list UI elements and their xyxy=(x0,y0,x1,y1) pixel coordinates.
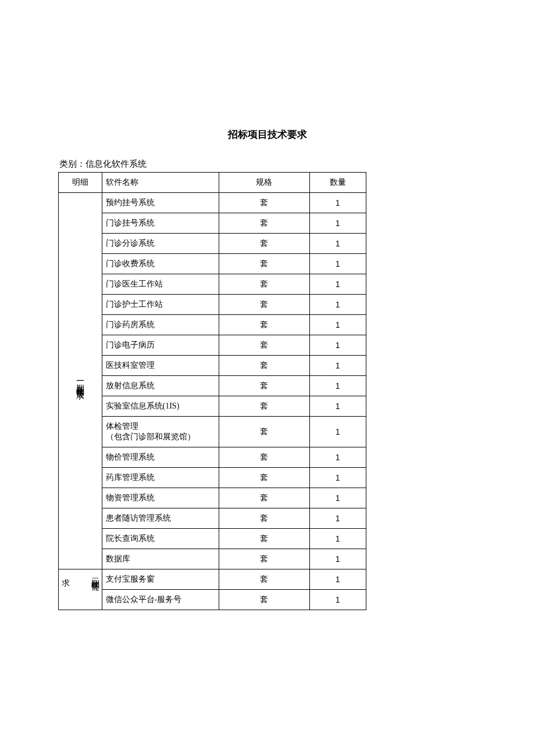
header-detail: 明细 xyxy=(59,173,102,193)
quantity: 1 xyxy=(309,213,366,234)
software-name: 门诊护士工作站 xyxy=(102,295,219,315)
table-row: 门诊护士工作站套1 xyxy=(59,295,366,315)
software-name: 医技科室管理 xyxy=(102,356,219,376)
table-body: 一期基础软件需求预约挂号系统套1门诊挂号系统套1门诊分诊系统套1门诊收费系统套1… xyxy=(59,193,366,610)
table-row: 门诊分诊系统套1 xyxy=(59,234,366,254)
quantity: 1 xyxy=(309,356,366,376)
table-row: 医技科室管理套1 xyxy=(59,356,366,376)
quantity: 1 xyxy=(309,376,366,396)
table-row: 物价管理系统套1 xyxy=(59,447,366,468)
table-header-row: 明细 软件名称 规格 数量 xyxy=(59,173,366,193)
spec: 套 xyxy=(219,234,309,254)
table-row: 院长查询系统套1 xyxy=(59,529,366,549)
requirements-table: 明细 软件名称 规格 数量 一期基础软件需求预约挂号系统套1门诊挂号系统套1门诊… xyxy=(58,172,366,610)
software-name: 门诊收费系统 xyxy=(102,254,219,274)
spec: 套 xyxy=(219,295,309,315)
software-name: 体检管理（包含门诊部和展览馆） xyxy=(102,417,219,447)
software-name: 门诊电子病历 xyxy=(102,335,219,356)
header-name: 软件名称 xyxy=(102,173,219,193)
spec: 套 xyxy=(219,549,309,569)
quantity: 1 xyxy=(309,590,366,610)
header-qty: 数量 xyxy=(309,173,366,193)
spec: 套 xyxy=(219,356,309,376)
quantity: 1 xyxy=(309,488,366,508)
quantity: 1 xyxy=(309,295,366,315)
software-name: 门诊药房系统 xyxy=(102,315,219,335)
spec: 套 xyxy=(219,274,309,295)
spec: 套 xyxy=(219,396,309,417)
spec: 套 xyxy=(219,213,309,234)
quantity: 1 xyxy=(309,447,366,468)
quantity: 1 xyxy=(309,508,366,529)
spec: 套 xyxy=(219,529,309,549)
quantity: 1 xyxy=(309,234,366,254)
group-label-phase1: 一期基础软件需求 xyxy=(59,193,102,569)
table-row: 门诊医生工作站套1 xyxy=(59,274,366,295)
quantity: 1 xyxy=(309,396,366,417)
software-name: 数据库 xyxy=(102,549,219,569)
table-row: 门诊药房系统套1 xyxy=(59,315,366,335)
quantity: 1 xyxy=(309,569,366,590)
spec: 套 xyxy=(219,569,309,590)
table-row: 药库管理系统套1 xyxy=(59,468,366,488)
table-row: 实验室信息系统(1IS)套1 xyxy=(59,396,366,417)
spec: 套 xyxy=(219,468,309,488)
software-name: 物资管理系统 xyxy=(102,488,219,508)
spec: 套 xyxy=(219,315,309,335)
table-row: 体检管理（包含门诊部和展览馆）套1 xyxy=(59,417,366,447)
quantity: 1 xyxy=(309,315,366,335)
spec: 套 xyxy=(219,508,309,529)
spec: 套 xyxy=(219,193,309,213)
software-name: 物价管理系统 xyxy=(102,447,219,468)
table-row: 放射信息系统套1 xyxy=(59,376,366,396)
software-name: 院长查询系统 xyxy=(102,529,219,549)
quantity: 1 xyxy=(309,335,366,356)
table-row: 门诊电子病历套1 xyxy=(59,335,366,356)
table-row: 患者随访管理系统套1 xyxy=(59,508,366,529)
software-name: 门诊医生工作站 xyxy=(102,274,219,295)
table-row: 门诊收费系统套1 xyxy=(59,254,366,274)
quantity: 1 xyxy=(309,417,366,447)
software-name: 患者随访管理系统 xyxy=(102,508,219,529)
quantity: 1 xyxy=(309,529,366,549)
table-row: 一期基础软件需求预约挂号系统套1 xyxy=(59,193,366,213)
group-label-phase2-right: 二期软件需 xyxy=(90,572,100,578)
quantity: 1 xyxy=(309,193,366,213)
group-label-phase2-left: 求 xyxy=(60,572,70,573)
software-name: 门诊挂号系统 xyxy=(102,213,219,234)
spec: 套 xyxy=(219,335,309,356)
quantity: 1 xyxy=(309,468,366,488)
quantity: 1 xyxy=(309,549,366,569)
table-row: 求二期软件需支付宝服务窗套1 xyxy=(59,569,366,590)
spec: 套 xyxy=(219,417,309,447)
software-name: 支付宝服务窗 xyxy=(102,569,219,590)
group-label-phase2: 求二期软件需 xyxy=(59,569,102,610)
spec: 套 xyxy=(219,590,309,610)
quantity: 1 xyxy=(309,274,366,295)
table-row: 物资管理系统套1 xyxy=(59,488,366,508)
software-name: 放射信息系统 xyxy=(102,376,219,396)
table-row: 门诊挂号系统套1 xyxy=(59,213,366,234)
table-row: 数据库套1 xyxy=(59,549,366,569)
software-name: 门诊分诊系统 xyxy=(102,234,219,254)
spec: 套 xyxy=(219,447,309,468)
quantity: 1 xyxy=(309,254,366,274)
software-name: 微信公众平台-服务号 xyxy=(102,590,219,610)
category-line: 类别：信息化软件系统 xyxy=(59,159,477,170)
spec: 套 xyxy=(219,488,309,508)
document-page: 招标项目技术要求 类别：信息化软件系统 明细 软件名称 规格 数量 一期基础软件… xyxy=(0,0,535,645)
spec: 套 xyxy=(219,376,309,396)
page-title: 招标项目技术要求 xyxy=(58,128,477,141)
software-name: 预约挂号系统 xyxy=(102,193,219,213)
software-name: 药库管理系统 xyxy=(102,468,219,488)
software-name: 实验室信息系统(1IS) xyxy=(102,396,219,417)
header-spec: 规格 xyxy=(219,173,309,193)
spec: 套 xyxy=(219,254,309,274)
table-row: 微信公众平台-服务号套1 xyxy=(59,590,366,610)
